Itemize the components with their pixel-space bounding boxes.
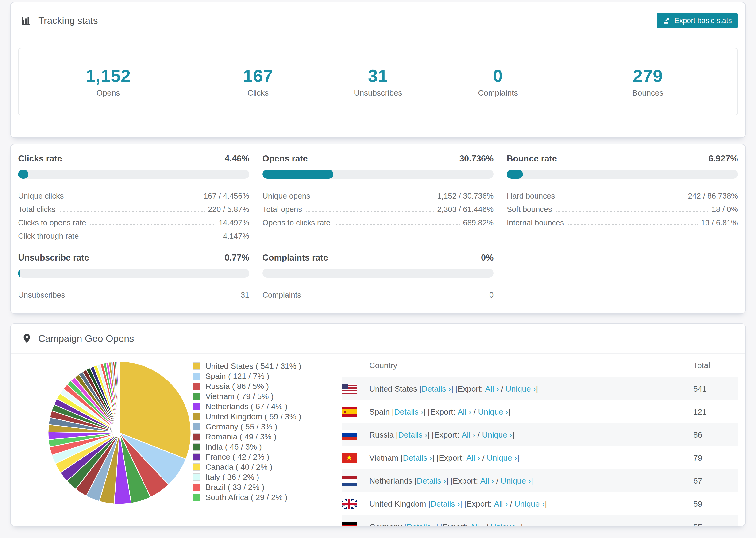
rate-progress-fill — [262, 170, 334, 179]
legend-item: Germany ( 55 / 3% ) — [193, 422, 334, 432]
export-all-link[interactable]: All › — [461, 430, 475, 439]
table-row-gb: United Kingdom [Details ›] [Export: All … — [342, 492, 738, 515]
export-all-link[interactable]: All › — [466, 453, 480, 462]
rate-row: Unsubscribes31 — [18, 286, 249, 299]
legend-item: Italy ( 36 / 2% ) — [193, 472, 334, 482]
bracket: ] [Export: — [460, 499, 494, 509]
dotted-leader — [83, 238, 220, 239]
table-row-us: United States [Details ›] [Export: All ›… — [342, 377, 738, 400]
rate-row: Complaints0 — [262, 286, 494, 299]
export-unique-link[interactable]: Unique › — [490, 522, 521, 526]
flag-cell — [342, 430, 369, 440]
legend-label: France ( 42 / 2% ) — [205, 452, 269, 461]
legend-label: Brazil ( 33 / 2% ) — [205, 483, 264, 492]
bracket: ] — [544, 499, 547, 509]
slash-separator: / — [475, 430, 482, 439]
dotted-leader — [60, 211, 205, 212]
export-all-link[interactable]: All › — [494, 499, 508, 509]
rate-row-value: 242 / 86.738% — [688, 191, 738, 200]
total-cell: 121 — [693, 407, 738, 416]
legend-item: Spain ( 121 / 7% ) — [193, 371, 334, 381]
bracket: ] [Export: — [446, 476, 480, 485]
rate-section-head: Complaints rate0% — [262, 253, 494, 263]
bracket: [ — [415, 476, 417, 485]
flag-cell — [342, 384, 369, 394]
slash-separator: / — [480, 453, 487, 462]
rate-row-label: Unique clicks — [18, 191, 64, 200]
export-unique-link[interactable]: Unique › — [478, 407, 508, 416]
rates-grid: Clicks rate4.46%Unique clicks167 / 4.456… — [18, 154, 738, 299]
export-all-link[interactable]: All › — [485, 384, 499, 394]
rate-row-label: Hard bounces — [507, 191, 555, 200]
stats-row: 1,152Opens167Clicks31Unsubscribes0Compla… — [18, 48, 738, 115]
rate-row-label: Total opens — [262, 205, 302, 214]
geo-table: Country Total United States [Details ›] … — [342, 353, 738, 526]
country-name: Spain — [369, 407, 392, 416]
details-link[interactable]: Details › — [398, 430, 428, 439]
rate-progress-bar — [18, 269, 249, 278]
export-basic-stats-button[interactable]: Export basic stats — [657, 13, 738, 28]
geo-opens-card: Campaign Geo Opens United States ( 541 /… — [10, 323, 746, 526]
rate-row: Unique opens1,152 / 30.736% — [262, 187, 494, 200]
pie-slice-other[interactable] — [119, 361, 120, 433]
rate-section-percent: 30.736% — [459, 154, 494, 164]
export-unique-link[interactable]: Unique › — [482, 430, 512, 439]
legend-label: Netherlands ( 67 / 4% ) — [205, 402, 288, 411]
rate-row-value: 220 / 5.87% — [208, 205, 249, 214]
rate-section-head: Bounce rate6.927% — [507, 154, 738, 164]
rate-row-label: Click through rate — [18, 232, 79, 241]
legend-label: Spain ( 121 / 7% ) — [205, 372, 269, 381]
rate-row-value: 2,303 / 61.446% — [437, 205, 494, 214]
stat-label: Opens — [96, 88, 120, 97]
rate-row: Opens to clicks rate689.82% — [262, 214, 494, 227]
rate-row-label: Clicks to opens rate — [18, 218, 86, 227]
rate-row: Unique clicks167 / 4.456% — [18, 187, 249, 200]
export-all-link[interactable]: All › — [458, 407, 471, 416]
total-cell: 59 — [693, 499, 738, 509]
table-row-vn: Vietnam [Details ›] [Export: All › / Uni… — [342, 446, 738, 469]
bracket: ] — [512, 430, 514, 439]
rate-row: Internal bounces19 / 6.81% — [507, 214, 738, 227]
rate-section-percent: 4.46% — [225, 154, 249, 164]
country-cell: Germany [Details ›] [Export: All › / Uni… — [369, 522, 693, 526]
legend-item: Russia ( 86 / 5% ) — [193, 381, 334, 391]
geo-table-header: Country Total — [342, 353, 738, 377]
rate-rows: Unique opens1,152 / 30.736%Total opens2,… — [262, 187, 494, 227]
export-unique-link[interactable]: Unique › — [501, 476, 531, 485]
export-unique-link[interactable]: Unique › — [514, 499, 545, 509]
rate-section-unsubscribe-rate: Unsubscribe rate0.77%Unsubscribes31 — [18, 253, 249, 299]
rate-progress-fill — [18, 269, 20, 278]
bracket: [ — [396, 430, 398, 439]
details-link[interactable]: Details › — [422, 384, 451, 394]
stat-cell-complaints: 0Complaints — [438, 48, 558, 115]
details-link[interactable]: Details › — [394, 407, 423, 416]
rate-section-head: Clicks rate4.46% — [18, 154, 249, 164]
rate-row-value: 14.497% — [219, 218, 249, 227]
export-all-link[interactable]: All › — [480, 476, 494, 485]
country-name: Russia — [369, 430, 396, 439]
bracket: ] — [536, 384, 538, 394]
geo-opens-header: Campaign Geo Opens — [11, 324, 745, 353]
rate-row: Hard bounces242 / 86.738% — [507, 187, 738, 200]
details-link[interactable]: Details › — [406, 522, 436, 526]
rate-progress-fill — [507, 170, 523, 179]
table-row-de: Germany [Details ›] [Export: All › / Uni… — [342, 515, 738, 526]
details-link[interactable]: Details › — [417, 476, 446, 485]
export-all-link[interactable]: All › — [470, 522, 484, 526]
export-unique-link[interactable]: Unique › — [487, 453, 517, 462]
rate-rows: Unsubscribes31 — [18, 286, 249, 299]
bracket: ] — [517, 453, 519, 462]
legend-swatch — [193, 473, 200, 481]
rate-row-label: Total clicks — [18, 205, 56, 214]
bracket: [ — [419, 384, 422, 394]
flag-cell — [342, 407, 369, 417]
details-link[interactable]: Details › — [403, 453, 432, 462]
rate-section-opens-rate: Opens rate30.736%Unique opens1,152 / 30.… — [262, 154, 494, 241]
rate-section-title: Unsubscribe rate — [18, 253, 89, 263]
stat-cell-unsubscribes: 31Unsubscribes — [318, 48, 438, 115]
export-unique-link[interactable]: Unique › — [506, 384, 536, 394]
details-link[interactable]: Details › — [431, 499, 460, 509]
bracket: ] [Export: — [451, 384, 485, 394]
legend-swatch — [193, 484, 200, 491]
rate-section-head: Opens rate30.736% — [262, 154, 494, 164]
